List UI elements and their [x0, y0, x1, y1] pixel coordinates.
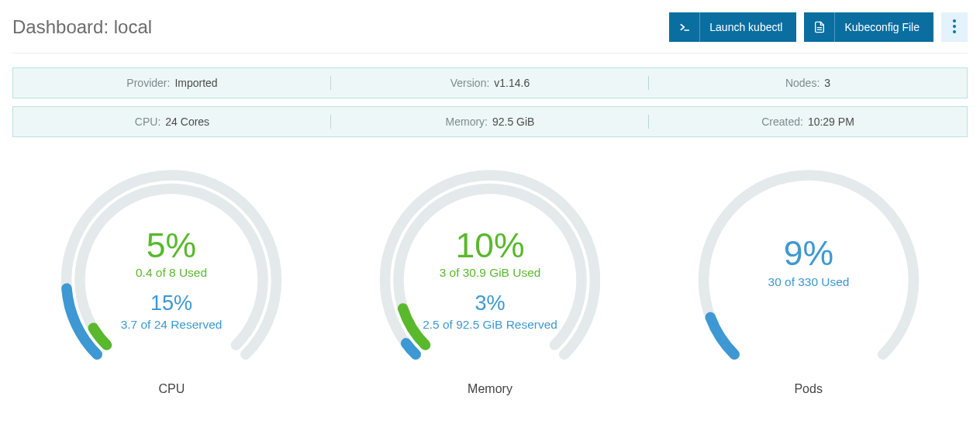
info-value: 3: [824, 77, 830, 89]
svg-text:0.4 of 8 Used: 0.4 of 8 Used: [136, 266, 207, 279]
gauge-label: Memory: [468, 382, 512, 396]
terminal-icon: [669, 12, 700, 42]
info-value: v1.14.6: [494, 77, 530, 89]
info-cell-provider: Provider: Imported: [13, 68, 331, 98]
svg-point-3: [953, 19, 956, 22]
svg-text:15%: 15%: [150, 291, 192, 315]
info-value: 92.5 GiB: [492, 115, 534, 128]
svg-point-4: [953, 25, 956, 28]
info-value: Imported: [174, 77, 217, 89]
info-label: Version:: [450, 77, 490, 89]
dots-vertical-icon: [953, 19, 956, 36]
info-cell-cpu: CPU: 24 Cores: [13, 107, 331, 136]
more-menu-button[interactable]: [941, 12, 968, 42]
gauge-pods: 9%30 of 330 UsedPods: [661, 153, 956, 396]
svg-text:30 of 330 Used: 30 of 330 Used: [768, 275, 849, 288]
info-cell-created: Created: 10:29 PM: [649, 107, 967, 136]
gauge-label: Pods: [794, 382, 822, 396]
info-row-2: CPU: 24 Cores Memory: 92.5 GiB Created: …: [12, 106, 968, 137]
info-label: Memory:: [446, 115, 488, 128]
info-cell-nodes: Nodes: 3: [649, 68, 967, 98]
svg-text:3 of 30.9 GiB Used: 3 of 30.9 GiB Used: [440, 266, 541, 279]
gauge-memory: 10%3 of 30.9 GiB Used3%2.5 of 92.5 GiB R…: [343, 153, 637, 396]
kubeconfig-file-button[interactable]: Kubeconfig File: [804, 12, 933, 42]
info-row-1: Provider: Imported Version: v1.14.6 Node…: [12, 67, 968, 98]
gauge-cpu: 5%0.4 of 8 Used15%3.7 of 24 ReservedCPU: [24, 153, 319, 396]
gauge-label: CPU: [158, 382, 185, 396]
svg-text:9%: 9%: [783, 234, 833, 272]
svg-text:2.5 of 92.5 GiB Reserved: 2.5 of 92.5 GiB Reserved: [423, 318, 557, 331]
launch-kubectl-button[interactable]: Launch kubectl: [669, 12, 796, 42]
info-label: CPU:: [135, 115, 160, 128]
info-value: 24 Cores: [165, 115, 209, 128]
info-cell-version: Version: v1.14.6: [331, 68, 649, 98]
kubeconfig-file-label: Kubeconfig File: [844, 21, 920, 33]
launch-kubectl-label: Launch kubectl: [709, 21, 782, 33]
page-title: Dashboard: local: [12, 16, 152, 38]
gauges-container: 5%0.4 of 8 Used15%3.7 of 24 ReservedCPU1…: [12, 153, 968, 396]
info-label: Nodes:: [785, 77, 820, 89]
file-icon: [804, 12, 835, 42]
svg-text:3.7 of 24 Reserved: 3.7 of 24 Reserved: [121, 318, 223, 331]
svg-text:5%: 5%: [147, 226, 196, 264]
svg-text:3%: 3%: [474, 291, 505, 315]
header-actions: Launch kubectl Kubeconfig File: [669, 12, 968, 42]
info-label: Created:: [761, 115, 803, 128]
svg-point-5: [953, 30, 956, 33]
svg-text:10%: 10%: [455, 226, 524, 264]
info-cell-memory: Memory: 92.5 GiB: [331, 107, 649, 136]
info-value: 10:29 PM: [808, 115, 854, 128]
info-label: Provider:: [126, 77, 170, 89]
